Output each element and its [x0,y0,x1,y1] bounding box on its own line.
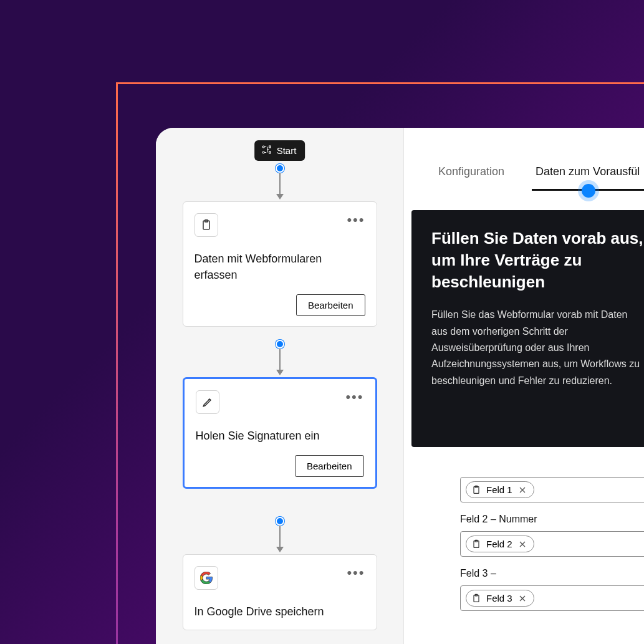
tab-configuration[interactable]: Konfiguration [438,165,504,178]
tab-prefill-data[interactable]: Daten zum Vorausfül [536,165,640,178]
popover-title: Füllen Sie Daten vorab aus, um Ihre Vert… [431,228,643,293]
remove-icon[interactable] [517,594,527,603]
arrow-icon [276,547,284,552]
field-chip[interactable]: Feld 1 [466,481,534,498]
arrow-icon [276,370,284,375]
field-chip[interactable]: Feld 2 [466,536,534,552]
detail-pane: Konfiguration Daten zum Vorausfül Füllen… [404,128,644,644]
app-window: Start ••• Daten mit Webformularen erfass… [156,128,644,644]
svg-point-0 [262,146,264,148]
field-row: Feld 3 – Feld 3 [460,568,644,611]
svg-rect-2 [269,146,270,148]
chip-label: Feld 2 [486,539,512,549]
field-row: Feld 1 [460,477,644,502]
connector-dot [276,517,284,526]
svg-point-1 [262,151,264,153]
popover-body: Füllen Sie das Webformular vorab mit Dat… [431,307,643,389]
clipboard-icon [195,213,218,237]
field-input[interactable]: Feld 1 [460,477,644,502]
card-title: In Google Drive speichern [195,603,365,620]
tab-bar: Konfiguration Daten zum Vorausfül [438,165,644,178]
tab-highlight-dot [582,184,595,198]
start-node[interactable]: Start [254,140,305,161]
card-title: Holen Sie Signaturen ein [196,428,364,444]
remove-icon[interactable] [517,539,527,549]
onboarding-popover: Füllen Sie Daten vorab aus, um Ihre Vert… [411,210,644,447]
connector-line [279,173,281,194]
field-input[interactable]: Feld 2 [460,531,644,557]
workflow-card-signatures[interactable]: ••• Holen Sie Signaturen ein Bearbeiten [183,377,377,489]
field-input[interactable]: Feld 3 [460,585,644,611]
arrow-icon [276,194,284,199]
pencil-icon [196,390,219,414]
connector-line [279,526,281,547]
connector-line [279,348,281,370]
more-icon[interactable]: ••• [347,213,365,223]
connector-dot [276,164,284,173]
more-icon[interactable]: ••• [345,390,363,400]
field-label: Feld 2 – Nummer [460,514,644,525]
more-icon[interactable]: ••• [347,566,365,576]
field-row: Feld 2 – Nummer Feld 2 [460,514,644,557]
workflow-pane: Start ••• Daten mit Webformularen erfass… [156,128,404,644]
remove-icon[interactable] [517,485,527,495]
chip-label: Feld 1 [486,484,512,495]
svg-rect-3 [269,151,270,153]
workflow-icon [261,144,272,157]
field-chip[interactable]: Feld 3 [466,590,534,607]
workflow-card-webform[interactable]: ••• Daten mit Webformularen erfassen Bea… [183,201,377,327]
connector-dot [276,340,284,348]
edit-button[interactable]: Bearbeiten [295,455,364,477]
card-title: Daten mit Webformularen erfassen [195,251,365,283]
google-icon [195,566,218,590]
prefill-fields: Feld 1 Feld 2 – Nummer Feld 2 Feld 3 – [460,477,644,622]
edit-button[interactable]: Bearbeiten [296,294,365,316]
workflow-card-googledrive[interactable]: ••• In Google Drive speichern [183,554,377,630]
field-label: Feld 3 – [460,568,644,579]
start-label: Start [277,145,297,156]
chip-label: Feld 3 [486,593,512,603]
